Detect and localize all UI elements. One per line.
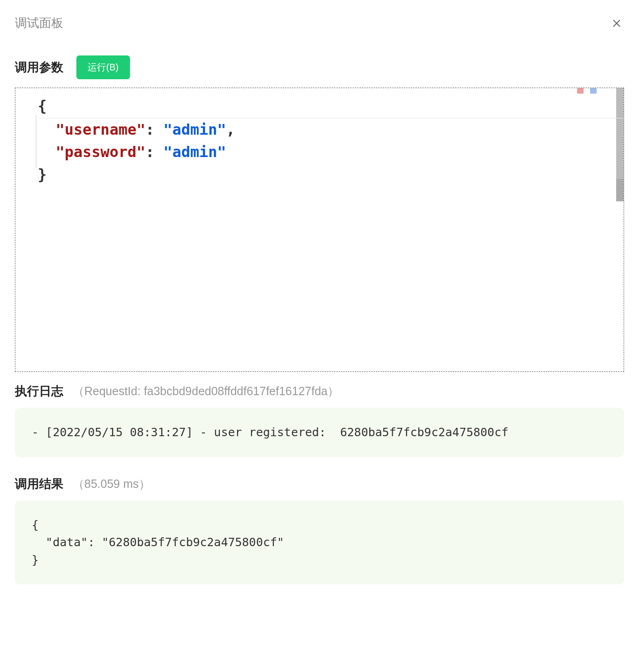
editor-fold-guide [36, 115, 36, 168]
log-request-id: （RequestId: fa3bcbd9ded08ffddf617fef1612… [73, 384, 339, 399]
code-line-1: { [38, 95, 624, 118]
params-code-editor[interactable]: { "username": "admin", "password": "admi… [15, 88, 624, 372]
editor-content: { "username": "admin", "password": "admi… [38, 93, 624, 185]
result-content: { "data": "6280ba5f7fcb9c2a475800cf" } [32, 518, 284, 567]
panel-title: 调试面板 [15, 15, 63, 31]
code-line-3: "password": "admin" [38, 141, 624, 163]
params-title: 调用参数 [15, 59, 63, 75]
result-title: 调用结果 [15, 476, 63, 492]
log-content: - [2022/05/15 08:31:27] - user registere… [32, 425, 509, 439]
code-line-4: } [38, 163, 624, 185]
result-output: { "data": "6280ba5f7fcb9c2a475800cf" } [15, 501, 624, 585]
code-line-2: "username": "admin", [38, 118, 624, 141]
params-header: 调用参数 运行(B) [15, 55, 624, 79]
params-section: 调用参数 运行(B) { "username": "admin", "passw… [15, 55, 624, 372]
result-header: 调用结果 （85.059 ms） [15, 476, 624, 492]
log-title: 执行日志 [15, 383, 63, 399]
log-header: 执行日志 （RequestId: fa3bcbd9ded08ffddf617fe… [15, 383, 624, 399]
log-output: - [2022/05/15 08:31:27] - user registere… [15, 408, 624, 457]
close-button[interactable] [609, 16, 624, 31]
result-timing: （85.059 ms） [73, 476, 150, 492]
panel-header: 调试面板 [15, 15, 624, 31]
run-button[interactable]: 运行(B) [76, 55, 130, 79]
close-icon [611, 18, 622, 29]
